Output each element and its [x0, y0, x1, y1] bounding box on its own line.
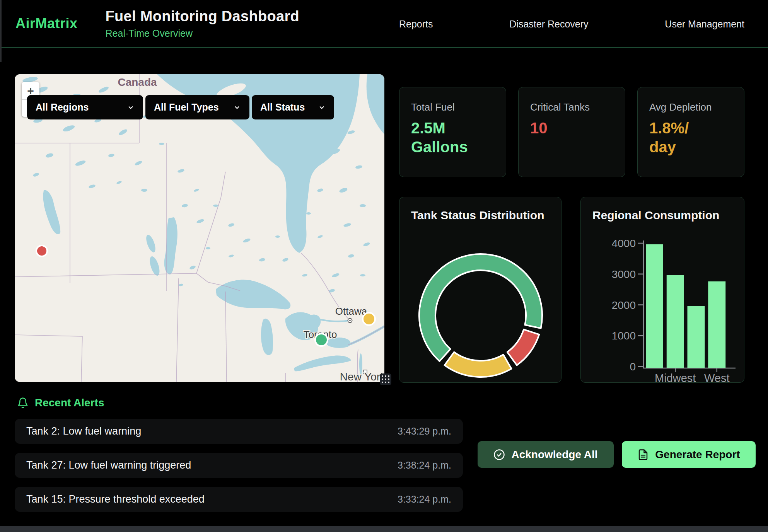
stat-value-line: Gallons [411, 138, 494, 157]
stat-value-line: 2.5M [411, 119, 494, 138]
nav-disaster-recovery[interactable]: Disaster Recovery [509, 19, 588, 30]
regional-consumption-chart-card: Regional Consumption 01000200030004000Mi… [580, 197, 744, 383]
stat-card-avg-depletion: Avg Depletion 1.8%/ day [637, 87, 744, 177]
stat-value: 10 [530, 119, 613, 138]
generate-report-label: Generate Report [655, 448, 740, 461]
stat-card-total-fuel: Total Fuel 2.5M Gallons [399, 87, 506, 177]
donut-chart-title: Tank Status Distribution [399, 197, 561, 222]
map-filter-bar: All Regions All Fuel Types All Status [27, 95, 335, 119]
svg-text:4000: 4000 [612, 237, 636, 249]
tank-map[interactable]: Canada Ottawa Toronto New York + − All R… [15, 74, 384, 382]
alert-row[interactable]: Tank 27: Low fuel warning triggered 3:38… [15, 453, 463, 478]
alert-list: Tank 2: Low fuel warning 3:43:29 p.m. Ta… [15, 419, 463, 521]
svg-text:West: West [704, 372, 730, 383]
stat-label: Total Fuel [411, 101, 494, 113]
fuel-type-filter-select[interactable]: All Fuel Types [145, 95, 249, 119]
tank-status-chart-card: Tank Status Distribution [399, 197, 561, 383]
nav-user-management[interactable]: User Management [665, 19, 744, 30]
stat-value: 1.8%/ day [649, 119, 732, 157]
generate-report-button[interactable]: Generate Report [622, 441, 756, 468]
tank-marker-warning[interactable] [363, 313, 375, 325]
alert-message: Tank 27: Low fuel warning triggered [26, 459, 191, 471]
app-header: AirMatrix Fuel Monitoring Dashboard Real… [0, 0, 768, 48]
window-edge [0, 0, 2, 62]
stat-label: Critical Tanks [530, 101, 613, 113]
alert-timestamp: 3:33:24 p.m. [398, 494, 451, 505]
svg-text:3000: 3000 [612, 268, 636, 280]
tank-marker-critical[interactable] [36, 246, 47, 256]
map-canvas: Canada Ottawa Toronto New York [15, 74, 384, 382]
chevron-down-icon [318, 104, 326, 111]
status-filter-select[interactable]: All Status [252, 95, 334, 119]
region-filter-label: All Regions [36, 102, 89, 113]
acknowledge-all-label: Acknowledge All [511, 448, 597, 461]
alert-row[interactable]: Tank 2: Low fuel warning 3:43:29 p.m. [15, 419, 463, 444]
svg-text:2000: 2000 [612, 299, 636, 311]
alert-timestamp: 3:38:24 p.m. [398, 460, 451, 471]
alert-message: Tank 2: Low fuel warning [26, 425, 141, 437]
stat-label: Avg Depletion [649, 101, 732, 113]
stat-value-line: day [649, 138, 732, 157]
alert-row[interactable]: Tank 15: Pressure threshold exceeded 3:3… [15, 487, 463, 512]
map-label-canada: Canada [118, 76, 157, 88]
page-title-block: Fuel Monitoring Dashboard Real-Time Over… [106, 8, 299, 39]
svg-text:0: 0 [630, 361, 636, 373]
chevron-down-icon [127, 104, 135, 111]
recent-alerts-header: Recent Alerts [17, 397, 104, 409]
ottawa-town-dot-icon [349, 320, 351, 321]
stat-value: 2.5M Gallons [411, 119, 494, 157]
recent-alerts-title: Recent Alerts [35, 397, 104, 409]
tank-marker-normal[interactable] [315, 334, 328, 346]
stat-value-line: 1.8%/ [649, 119, 732, 138]
map-resize-handle-icon[interactable] [380, 373, 391, 385]
tank-status-donut-chart [399, 197, 561, 383]
alert-timestamp: 3:43:29 p.m. [398, 426, 451, 437]
page-subtitle: Real-Time Overview [106, 28, 299, 39]
map-label-new-york: New York [340, 371, 384, 382]
svg-text:Midwest: Midwest [655, 372, 696, 383]
main-nav: Reports Disaster Recovery User Managemen… [399, 0, 744, 48]
document-icon [637, 449, 649, 460]
region-filter-select[interactable]: All Regions [27, 95, 143, 119]
fuel-type-filter-label: All Fuel Types [154, 102, 219, 113]
status-filter-label: All Status [260, 102, 305, 113]
svg-text:1000: 1000 [612, 330, 636, 342]
page-title: Fuel Monitoring Dashboard [106, 8, 299, 25]
acknowledge-all-button[interactable]: Acknowledge All [478, 441, 614, 468]
bell-icon [17, 397, 29, 409]
stat-cards: Total Fuel 2.5M Gallons Critical Tanks 1… [399, 87, 744, 177]
nav-reports[interactable]: Reports [399, 19, 433, 30]
check-circle-icon [493, 449, 505, 460]
stat-value-line: 10 [530, 119, 613, 138]
alert-message: Tank 15: Pressure threshold exceeded [26, 493, 205, 505]
window-bottom-strip [0, 526, 768, 532]
regional-consumption-bar-chart: 01000200030004000MidwestWest [581, 232, 744, 383]
app-logo: AirMatrix [15, 15, 78, 32]
bar-chart-title: Regional Consumption [581, 197, 744, 222]
map-label-ottawa: Ottawa [335, 305, 367, 317]
chevron-down-icon [233, 104, 241, 111]
stat-card-critical-tanks: Critical Tanks 10 [518, 87, 625, 177]
